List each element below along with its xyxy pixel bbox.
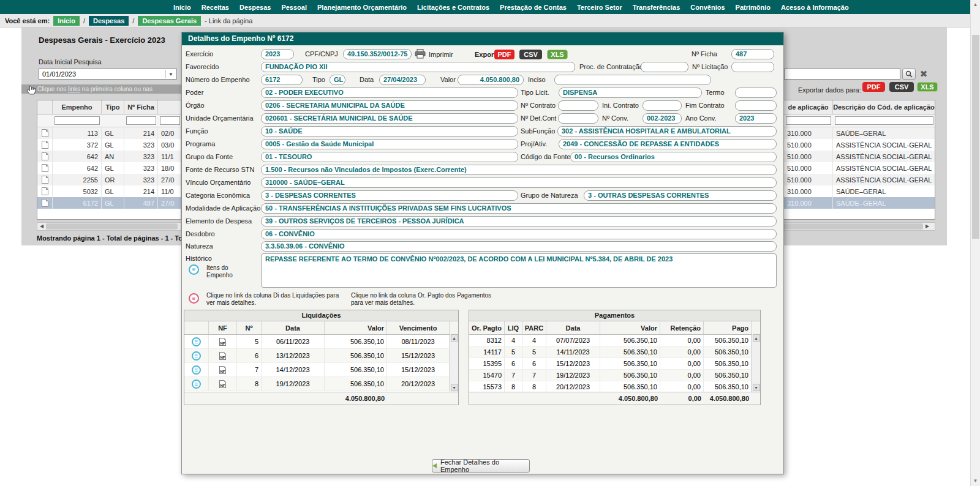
nav-item-transfer-ncias[interactable]: Transferências [633,4,680,11]
nav-item-presta-o-de-contas[interactable]: Prestação de Contas [500,4,567,11]
nf-document-icon[interactable]: NF [219,338,226,346]
nav-item-terceiro-setor[interactable]: Terceiro Setor [577,4,622,11]
document-icon[interactable] [42,187,48,195]
nav-item-receitas[interactable]: Receitas [202,4,229,11]
table-cell: 510.000 [784,174,833,185]
field-tipo-value: GL [330,75,345,85]
table-row[interactable]: 113GL21402/0 [37,127,181,139]
scrollbar-thumb[interactable] [972,35,979,239]
nf-document-icon[interactable]: NF [219,380,226,388]
field-subfuncao-value: 302 - ASSISTÊNCIA HOSPITALAR E AMBULATOR… [557,126,777,136]
pagamentos-header-PARC: PARC [522,321,546,334]
nf-document-icon[interactable]: NF [219,352,226,360]
data-inicial-select[interactable]: 01/01/2023 ▼ [39,69,177,80]
or-pagto-link[interactable]: 15573 [469,381,505,392]
breadcrumb-inicio[interactable]: Início [53,16,80,26]
hand-cursor-icon [26,85,36,99]
column-filter-input[interactable] [160,116,180,125]
or-pagto-link[interactable]: 8312 [469,335,505,346]
panel-export-xls-badge[interactable]: XLS [917,82,938,92]
column-filter-input[interactable] [835,116,933,125]
data-cell: 14/12/2023 [262,363,325,376]
table-row[interactable]: 510.000ASSISTÊNCIA SOCIAL-GERAL [784,139,935,151]
panel-export-pdf-badge[interactable]: PDF [862,82,885,92]
modal-export-pdf-badge[interactable]: PDF [494,50,514,59]
imprimir-label[interactable]: Imprimir [429,51,453,58]
nav-item-in-cio[interactable]: Início [173,4,191,11]
nav-item-planejamento-or-ament-rio[interactable]: Planejamento Orçamentário [317,4,407,11]
document-icon[interactable] [42,152,48,160]
table-row[interactable]: 310.000SAÚDE–GERAL [784,185,935,197]
scroll-down-icon[interactable]: ▼ [451,384,458,391]
liquidacao-detail-icon[interactable]: ≡ [192,379,201,389]
nf-document-icon[interactable]: NF [219,366,226,374]
table-row[interactable]: 642GL32318/0 [37,162,181,174]
scroll-right-icon[interactable]: ▶ [923,223,932,230]
table-row[interactable]: 642AN32311/1 [37,151,181,162]
scroll-down-icon[interactable]: ▼ [753,384,760,391]
document-icon[interactable] [42,164,48,172]
scroll-down-icon[interactable]: ▼ [971,476,980,486]
table-row[interactable]: 310.000SAÚDE–GERAL [784,127,935,139]
modal-export-xls-badge[interactable]: XLS [547,50,568,59]
document-icon[interactable] [42,141,48,149]
itens-empenho-icon[interactable]: ≡ [189,264,199,275]
nav-item-conv-nios[interactable]: Convênios [690,4,725,11]
page-scrollbar[interactable]: ▲ ▼ [970,0,980,486]
table-row[interactable]: 2255OR32327/0 [37,174,181,185]
search-input[interactable] [784,69,900,80]
or-pagto-link[interactable]: 15395 [469,358,505,369]
document-icon[interactable] [42,199,48,207]
printer-icon[interactable] [415,49,426,61]
filter-row [784,114,935,127]
numero-cell: 8 [237,377,262,391]
document-icon[interactable] [42,176,48,184]
search-button[interactable] [902,69,916,80]
horizontal-scrollbar-right[interactable]: ▶ [784,222,935,231]
table-row[interactable]: 5032GL21411/0 [37,185,181,197]
scrollbar-thumb[interactable] [785,223,923,230]
nav-item-patrim-nio[interactable]: Patrimônio [736,4,771,11]
or-pagto-link[interactable]: 14117 [469,346,505,357]
table-row[interactable]: 510.000ASSISTÊNCIA SOCIAL-GERAL [784,162,935,174]
table-row[interactable]: 372GL32303/0 [37,139,181,151]
horizontal-scrollbar-left[interactable]: ◀ [37,222,181,231]
clear-search-icon[interactable]: ✖ [918,68,930,80]
scroll-up-icon[interactable]: ▲ [451,334,458,342]
document-icon[interactable] [42,129,48,137]
table-row[interactable]: 6172GL48727/0 [37,197,181,209]
panel-export-csv-badge[interactable]: CSV [889,82,914,92]
table-row[interactable]: 510.000ASSISTÊNCIA SOCIAL-GERAL [784,174,935,185]
pagamento-cell: 0,00 [660,335,704,346]
or-pagto-link[interactable]: 15470 [469,370,505,381]
modal-export-csv-badge[interactable]: CSV [519,50,542,59]
breadcrumb-despesas[interactable]: Despesas [89,16,129,26]
table-row[interactable]: 310.000SAÚDE–GERAL [784,197,935,209]
scroll-up-icon[interactable]: ▲ [753,334,760,342]
table-row[interactable]: 510.000ASSISTÊNCIA SOCIAL-GERAL [784,151,935,162]
column-filter-input[interactable] [55,116,100,125]
column-filter-input[interactable] [126,116,156,125]
pagamentos-scrollbar[interactable]: ▲ ▼ [752,334,760,392]
table-cell [37,197,53,209]
nav-item-licita-es-e-contratos[interactable]: Licitações e Contratos [417,4,489,11]
liquidacao-detail-icon[interactable]: ≡ [192,337,201,346]
data-cell: 13/12/2023 [262,349,325,362]
nav-item-acesso-informa-o[interactable]: Acesso à Informação [781,4,849,11]
breadcrumb-despesas-gerais[interactable]: Despesas Gerais [138,16,201,26]
liquidacoes-scrollbar[interactable]: ▲ ▼ [450,334,458,392]
liquidacao-detail-icon[interactable]: ≡ [192,365,201,375]
nav-item-despesas[interactable]: Despesas [239,4,271,11]
nav-item-pessoal[interactable]: Pessoal [281,4,307,11]
pagamentos-header-Retenção: Retenção [660,321,704,334]
pagination-status: Mostrando página 1 - Total de páginas - … [37,234,181,242]
scrollbar-thumb[interactable] [46,223,178,230]
fechar-detalhes-button[interactable]: Fechar Detalhes do Empenho [432,459,530,473]
liquidacao-detail-icon[interactable]: ≡ [192,351,201,361]
column-filter-input[interactable] [786,116,831,125]
field-inciso-value [554,75,711,85]
scroll-left-icon[interactable]: ◀ [37,223,46,230]
scroll-up-icon[interactable]: ▲ [971,0,980,10]
chevron-down-icon[interactable]: ▼ [165,70,176,78]
column-header [158,100,181,114]
